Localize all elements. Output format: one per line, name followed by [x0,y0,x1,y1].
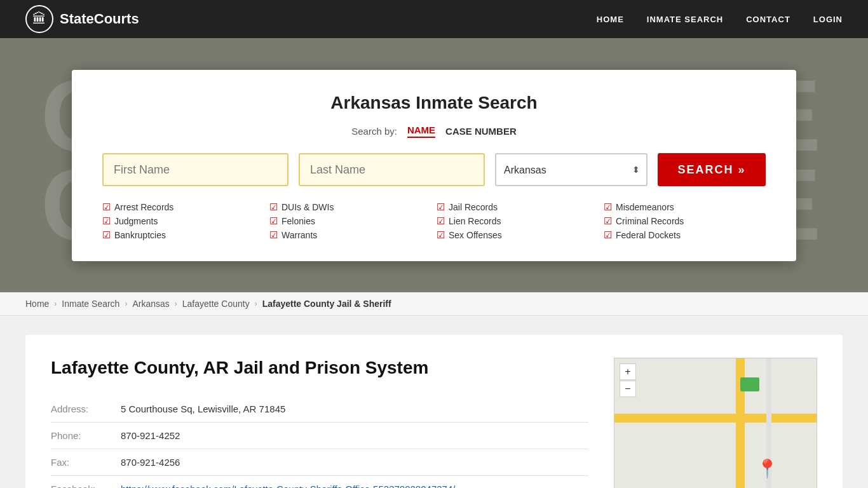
features-checklist: ☑Arrest Records☑DUIs & DWIs☑Jail Records… [102,201,766,241]
check-item: ☑Warrants [269,229,431,241]
check-item: ☑Jail Records [437,201,599,213]
address-row: Address: 5 Courthouse Sq, Lewisville, AR… [51,396,588,423]
checkbox-checked-icon: ☑ [269,215,278,227]
state-select[interactable]: Arkansas Alabama Alaska Arizona Californ… [495,153,648,186]
search-button[interactable]: SEARCH » [658,153,766,186]
search-inputs-row: Arkansas Alabama Alaska Arizona Californ… [102,153,766,186]
facebook-value: https://www.facebook.com/Lafayette-Count… [121,476,588,489]
map-zoom-in[interactable]: + [620,363,636,380]
tab-name[interactable]: NAME [407,125,435,138]
facility-details-table: Address: 5 Courthouse Sq, Lewisville, AR… [51,396,588,488]
main-content: Lafayette County, AR Jail and Prison Sys… [0,316,868,488]
breadcrumb-item-1[interactable]: Inmate Search [62,299,119,309]
breadcrumb-item-4: Lafayette County Jail & Sheriff [262,299,391,309]
state-select-wrap: Arkansas Alabama Alaska Arizona Californ… [495,153,648,186]
check-label: Jail Records [449,202,498,212]
facebook-row: Facebook: https://www.facebook.com/Lafay… [51,476,588,489]
map-area: + − 📍 [614,358,817,488]
checkbox-checked-icon: ☑ [269,201,278,213]
phone-row: Phone: 870-921-4252 [51,423,588,449]
search-by-row: Search by: NAME CASE NUMBER [102,125,766,138]
check-item: ☑Arrest Records [102,201,264,213]
check-label: Bankruptcies [114,230,166,240]
logo-text: StateCourts [60,11,139,27]
checkbox-checked-icon: ☑ [102,215,111,227]
checkbox-checked-icon: ☑ [604,201,612,213]
map-road-horizontal [614,414,817,423]
facility-title: Lafayette County, AR Jail and Prison Sys… [51,358,588,378]
check-item: ☑DUIs & DWIs [269,201,431,213]
nav-login[interactable]: LOGIN [813,15,843,24]
check-item: ☑Sex Offenses [437,229,599,241]
site-header: 🏛 StateCourts HOME INMATE SEARCH CONTACT… [0,0,868,38]
breadcrumb-separator: › [54,299,57,308]
check-label: Federal Dockets [616,230,681,240]
main-nav: HOME INMATE SEARCH CONTACT LOGIN [597,15,843,24]
search-modal: Arkansas Inmate Search Search by: NAME C… [72,70,796,261]
map-zoom-out[interactable]: − [620,381,636,397]
map-pin-icon: 📍 [756,458,778,479]
breadcrumb-separator: › [175,299,177,308]
address-value: 5 Courthouse Sq, Lewisville, AR 71845 [121,396,588,423]
check-item: ☑Federal Dockets [604,229,766,241]
checkbox-checked-icon: ☑ [604,215,612,227]
check-item: ☑Criminal Records [604,215,766,227]
checkbox-checked-icon: ☑ [102,201,111,213]
check-label: Sex Offenses [449,230,502,240]
facebook-label: Facebook: [51,476,121,489]
check-label: Misdemeanors [616,202,674,212]
check-label: Arrest Records [114,202,173,212]
fax-label: Fax: [51,449,121,476]
fax-value: 870-921-4256 [121,449,588,476]
hero-section: COURTHOUSE COURTHOUSE Arkansas Inmate Se… [0,38,868,292]
breadcrumb-separator: › [125,299,127,308]
checkbox-checked-icon: ☑ [437,229,445,241]
map-controls: + − [620,363,636,397]
address-label: Address: [51,396,121,423]
check-item: ☑Lien Records [437,215,599,227]
first-name-input[interactable] [102,153,288,186]
tab-case-number[interactable]: CASE NUMBER [445,126,517,137]
checkbox-checked-icon: ☑ [437,215,445,227]
checkbox-checked-icon: ☑ [269,229,278,241]
logo[interactable]: 🏛 StateCourts [25,5,139,33]
checkbox-checked-icon: ☑ [102,229,111,241]
facility-card: Lafayette County, AR Jail and Prison Sys… [25,335,843,488]
facebook-link[interactable]: https://www.facebook.com/Lafayette-Count… [121,484,455,488]
check-item: ☑Felonies [269,215,431,227]
logo-icon: 🏛 [25,5,53,33]
check-label: Felonies [281,216,315,226]
last-name-input[interactable] [299,153,485,186]
phone-label: Phone: [51,423,121,449]
breadcrumb-item-3[interactable]: Lafayette County [182,299,250,309]
check-label: Warrants [281,230,317,240]
breadcrumb-item-2[interactable]: Arkansas [132,299,169,309]
modal-title: Arkansas Inmate Search [102,93,766,113]
check-item: ☑Judgments [102,215,264,227]
phone-value: 870-921-4252 [121,423,588,449]
check-label: DUIs & DWIs [281,202,334,212]
check-label: Lien Records [449,216,501,226]
map-landmark [740,377,759,391]
nav-inmate-search[interactable]: INMATE SEARCH [647,15,723,24]
check-item: ☑Bankruptcies [102,229,264,241]
map-box[interactable]: + − 📍 [614,358,817,488]
check-label: Criminal Records [616,216,684,226]
check-item: ☑Misdemeanors [604,201,766,213]
check-label: Judgments [114,216,158,226]
nav-contact[interactable]: CONTACT [746,15,790,24]
checkbox-checked-icon: ☑ [437,201,445,213]
search-by-label: Search by: [351,126,397,137]
nav-home[interactable]: HOME [597,15,624,24]
breadcrumb-separator: › [255,299,257,308]
breadcrumb-item-0[interactable]: Home [25,299,49,309]
checkbox-checked-icon: ☑ [604,229,612,241]
breadcrumb: Home›Inmate Search›Arkansas›Lafayette Co… [0,292,868,316]
fax-row: Fax: 870-921-4256 [51,449,588,476]
facility-info: Lafayette County, AR Jail and Prison Sys… [51,358,588,488]
